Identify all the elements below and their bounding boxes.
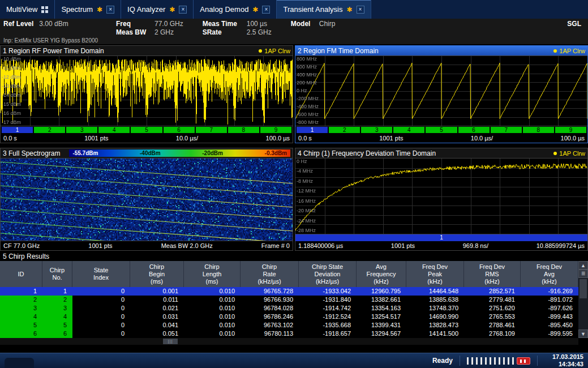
table-cell: -1918.657 (299, 330, 357, 338)
table-row[interactable]: 2200.0110.01096766.930-1931.84013382.661… (0, 296, 578, 304)
spectrogram-plot-area[interactable] (1, 158, 293, 241)
segment-2[interactable]: 2 (34, 127, 65, 133)
ref-level-field[interactable]: Ref Level 3.00 dBm (3, 20, 97, 28)
table-row[interactable]: 6600.0510.01096780.113-1918.65713294.567… (0, 330, 578, 338)
spectrogram-canvas (1, 159, 293, 241)
table-row[interactable]: 5500.0410.01096763.102-1935.66813399.431… (0, 321, 578, 330)
table-cell: 3 (0, 304, 42, 313)
scroll-down-icon[interactable]: ▼ (578, 330, 588, 338)
segment-9[interactable]: 9 (260, 127, 291, 133)
column-header[interactable]: Freq DevPeak(kHz) (406, 261, 464, 287)
tab-iq-analyzer[interactable]: IQ Analyzer ✱ × (121, 0, 194, 19)
tab-transient-analysis[interactable]: Transient Analysis ✱ × (277, 0, 371, 19)
segment-8[interactable]: 8 (228, 127, 259, 133)
table-row[interactable]: 3300.0210.01096784.028-1914.74213354.163… (0, 304, 578, 313)
x-stop: 10.885999724 µs (537, 242, 585, 249)
table-cell: 2765.553 (464, 313, 521, 321)
segment-2[interactable]: 2 (329, 127, 360, 133)
tab-label: Analog Demod (200, 5, 248, 14)
freq-field[interactable]: Freq 77.0 GHz (116, 20, 183, 28)
table-cell: 96766.930 (241, 296, 299, 304)
segment-9[interactable]: 9 (555, 127, 586, 133)
panel-title-bar[interactable]: 1 Region RF Power Time Domain 1AP Clrw (1, 46, 293, 55)
column-header[interactable]: StateIndex (72, 261, 130, 287)
panel-fm-time-domain[interactable]: 2 Region FM Time Domain 1AP Clrw 800 MHz… (295, 45, 588, 143)
tab-spectrum[interactable]: Spectrum ✱ × (55, 0, 121, 19)
column-header[interactable]: Freq DevAvg(kHz) (521, 261, 578, 287)
segment-7[interactable]: 7 (196, 127, 227, 133)
tab-analog-demod[interactable]: Analog Demod ✱ × (194, 0, 277, 19)
scroll-up-icon[interactable]: ▲ (578, 261, 588, 269)
tab-multiview[interactable]: MultiView (0, 0, 55, 19)
divider (537, 356, 538, 366)
column-header[interactable]: Chirp StateDeviation(kHz/µs) (299, 261, 357, 287)
close-tab-icon[interactable]: × (106, 6, 114, 14)
region-segment-bar: 123456789 (295, 126, 587, 134)
segment-3[interactable]: 3 (66, 127, 97, 133)
taskbar-tab[interactable] (5, 358, 34, 368)
segment-4[interactable]: 4 (393, 127, 424, 133)
rf-power-trace-canvas (1, 56, 293, 126)
center-frequency: CF 77.0 GHz (3, 242, 40, 249)
table-cell: -916.269 (521, 287, 578, 296)
column-header[interactable]: ChirpBegin(ms) (130, 261, 184, 287)
plot-footer: CF 77.0 GHz 1001 pts Meas BW 2.0 GHz Fra… (1, 241, 293, 250)
panel-full-spectrogram[interactable]: 3 Full Spectrogram -55.7dBm -40dBm -20dB… (0, 148, 293, 251)
srate-field[interactable]: SRate 2.5 GHz (203, 28, 272, 37)
close-tab-icon[interactable]: × (262, 6, 270, 14)
segment-4[interactable]: 4 (98, 127, 130, 133)
scroll-thumb[interactable] (580, 279, 587, 298)
divider (460, 356, 460, 366)
results-table-body: 1100.0010.01096765.728-1933.04212960.795… (0, 287, 578, 338)
segment-3[interactable]: 3 (361, 127, 392, 133)
measurement-status-icon (517, 357, 530, 365)
vertical-scrollbar[interactable]: ▲ ≡ ▼ (578, 261, 588, 338)
panel-title-bar[interactable]: 4 Chirp (1) Frequency Deviation Time Dom… (295, 148, 587, 158)
model-field[interactable]: Model Chirp (291, 20, 336, 28)
close-tab-icon[interactable]: × (179, 6, 187, 14)
hscroll-thumb[interactable]: ||| (163, 339, 178, 344)
progress-meter (467, 357, 517, 365)
fm-plot-area[interactable]: 800 MHz600 MHz400 MHz200 MHz0 Hz-200 MHz… (295, 55, 587, 126)
segment-7[interactable]: 7 (491, 127, 522, 133)
table-cell: 2 (0, 296, 42, 304)
close-tab-icon[interactable]: × (357, 6, 364, 14)
x-start: 0.0 s (3, 135, 17, 142)
rf-power-plot-area[interactable]: -10 dBm-11 dBm-12 dBm-13 dBm-14 dBm-15 d… (1, 55, 293, 126)
table-cell: 12960.795 (357, 287, 406, 296)
chirp-results-section: 5 Chirp Results IDChirpNo.StateIndexChir… (0, 252, 588, 345)
column-header[interactable]: ChirpLength(ms) (184, 261, 241, 287)
table-cell: 4 (0, 313, 42, 321)
scroll-track[interactable] (578, 278, 588, 330)
meas-bw-field[interactable]: Meas BW 2 GHz (116, 28, 183, 37)
table-cell: 0.010 (184, 296, 241, 304)
column-header[interactable]: Freq DevRMS(kHz) (464, 261, 521, 287)
meas-time-field[interactable]: Meas Time 100 µs (203, 20, 272, 28)
column-header[interactable]: ChirpNo. (42, 261, 72, 287)
segment-1[interactable]: 1 (2, 127, 33, 133)
table-menu-icon[interactable]: ≡ (578, 269, 588, 278)
tab-label: MultiView (6, 5, 37, 14)
segment-6[interactable]: 6 (458, 127, 490, 133)
table-cell: 13885.638 (406, 296, 464, 304)
horizontal-scrollbar[interactable]: ||| (0, 338, 578, 345)
column-header[interactable]: AvgFrequency(kHz) (357, 261, 406, 287)
chirp-region-bar[interactable]: 1 (295, 234, 587, 241)
panel-title-bar[interactable]: 3 Full Spectrogram -55.7dBm -40dBm -20dB… (1, 148, 293, 158)
segment-5[interactable]: 5 (131, 127, 162, 133)
column-header[interactable]: ID (0, 261, 42, 287)
freq-deviation-plot-area[interactable]: 0 Hz-4 MHz-8 MHz-12 MHz-16 MHz-20 MHz-24… (295, 158, 587, 234)
panel-title-bar[interactable]: 2 Region FM Time Domain 1AP Clrw (295, 46, 587, 55)
segment-1[interactable]: 1 (297, 127, 328, 133)
panel-chirp-frequency-deviation[interactable]: 4 Chirp (1) Frequency Deviation Time Dom… (295, 148, 588, 251)
table-row[interactable]: 4400.0310.01096786.246-1912.52413254.517… (0, 313, 578, 321)
segment-5[interactable]: 5 (426, 127, 457, 133)
column-header[interactable]: ChirpRate(kHz/µs) (241, 261, 299, 287)
plot-footer: 1.188400006 µs 1001 pts 969.8 ns/ 10.885… (295, 241, 587, 250)
scale-min-label: -55.7dBm (72, 150, 98, 156)
segment-6[interactable]: 6 (164, 127, 195, 133)
panel-rf-power-time-domain[interactable]: 1 Region RF Power Time Domain 1AP Clrw -… (0, 45, 293, 143)
table-row[interactable]: 1100.0010.01096765.728-1933.04212960.795… (0, 287, 578, 296)
segment-8[interactable]: 8 (523, 127, 554, 133)
x-stop: 100.0 µs (561, 135, 585, 142)
